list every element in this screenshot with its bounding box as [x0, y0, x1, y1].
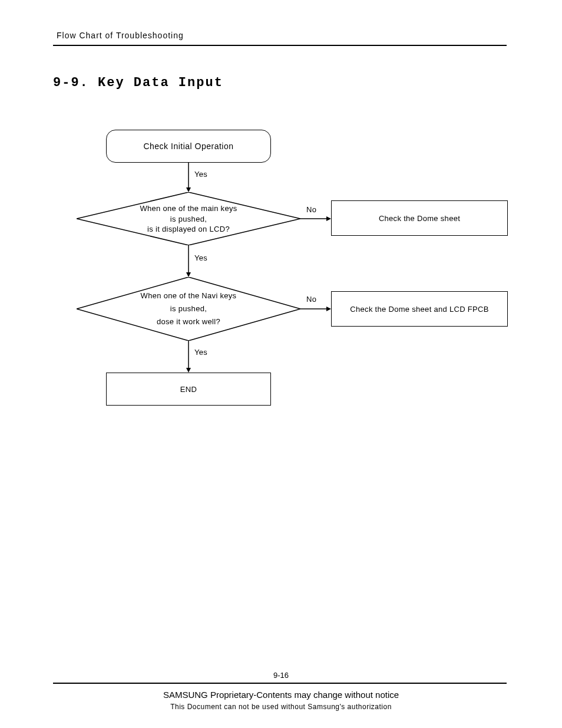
- header-chapter: Flow Chart of Troubleshooting: [57, 31, 184, 40]
- footer-line-1: SAMSUNG Proprietary-Contents may change …: [0, 690, 562, 700]
- footer-line-2: This Document can not be used without Sa…: [0, 703, 562, 711]
- flow-start-label: Check Initial Operation: [143, 141, 233, 151]
- page-number: 9-16: [0, 671, 562, 680]
- flowchart: Check Initial Operation Yes When one of …: [77, 118, 513, 424]
- svg-marker-9: [326, 307, 331, 311]
- label-yes-3: Yes: [194, 348, 207, 357]
- flow-action-2-label: Check the Dome sheet and LCD FPCB: [350, 305, 488, 314]
- svg-marker-6: [186, 272, 191, 277]
- conn-d2-end: [185, 341, 192, 373]
- section-title: 9-9. Key Data Input: [53, 75, 223, 90]
- conn-start-d1: [185, 163, 192, 192]
- header-rule: [53, 45, 507, 46]
- label-yes-1: Yes: [194, 170, 207, 179]
- flow-decision-1-text: When one of the main keys is pushed, is …: [77, 203, 300, 235]
- flow-decision-2-text: When one of the Navi keys is pushed, dos…: [77, 289, 300, 328]
- conn-d1-a1: [300, 214, 331, 223]
- page: Flow Chart of Troubleshooting 9-9. Key D…: [0, 0, 562, 728]
- flow-action-2: Check the Dome sheet and LCD FPCB: [331, 291, 508, 327]
- flow-action-1: Check the Dome sheet: [331, 200, 508, 236]
- flow-end-label: END: [180, 385, 197, 394]
- svg-marker-1: [186, 187, 191, 192]
- label-no-1: No: [306, 205, 316, 214]
- flow-decision-1: When one of the main keys is pushed, is …: [77, 192, 300, 245]
- svg-marker-4: [326, 216, 331, 221]
- flow-action-1-label: Check the Dome sheet: [379, 214, 460, 223]
- flow-decision-2: When one of the Navi keys is pushed, dos…: [77, 277, 300, 341]
- flow-start: Check Initial Operation: [106, 130, 271, 163]
- conn-d2-a2: [300, 304, 331, 314]
- svg-marker-11: [186, 368, 191, 373]
- flow-end: END: [106, 373, 271, 406]
- label-no-2: No: [306, 295, 316, 304]
- footer-rule: [53, 683, 507, 684]
- label-yes-2: Yes: [194, 253, 207, 262]
- conn-d1-d2: [185, 245, 192, 277]
